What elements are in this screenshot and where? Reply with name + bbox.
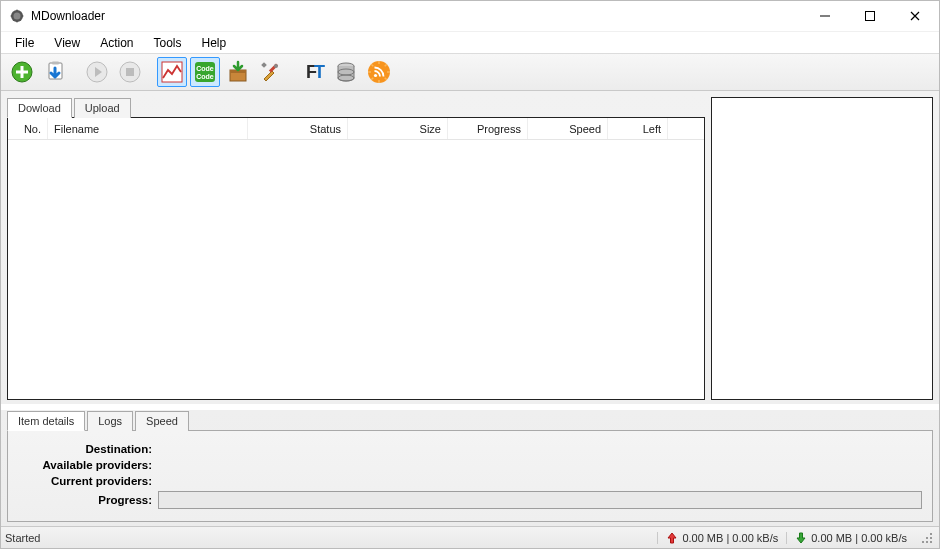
svg-rect-11 xyxy=(126,68,134,76)
svg-point-19 xyxy=(274,64,278,68)
svg-rect-2 xyxy=(820,16,830,17)
col-progress[interactable]: Progress xyxy=(448,118,528,139)
menubar: File View Action Tools Help xyxy=(1,31,939,53)
side-panel xyxy=(711,97,933,400)
col-status[interactable]: Status xyxy=(248,118,348,139)
column-headers[interactable]: No. Filename Status Size Progress Speed … xyxy=(8,118,704,140)
titlebar: MDownloader xyxy=(1,1,939,31)
rss-icon xyxy=(367,60,391,84)
tab-download[interactable]: Dowload xyxy=(7,98,72,118)
list-body xyxy=(8,140,704,399)
svg-point-27 xyxy=(374,74,377,77)
svg-point-1 xyxy=(14,13,21,20)
ft-icon: FT xyxy=(300,60,326,84)
tab-logs[interactable]: Logs xyxy=(87,411,133,431)
label-progress: Progress: xyxy=(18,494,158,506)
extract-button[interactable] xyxy=(223,57,253,87)
stop-icon xyxy=(118,60,142,84)
svg-text:T: T xyxy=(314,62,325,82)
play-button[interactable] xyxy=(82,57,112,87)
svg-text:Code: Code xyxy=(196,73,214,80)
menu-view[interactable]: View xyxy=(44,34,90,52)
col-speed[interactable]: Speed xyxy=(528,118,608,139)
close-button[interactable] xyxy=(892,2,937,30)
activity-button[interactable] xyxy=(157,57,187,87)
label-available-providers: Available providers: xyxy=(18,459,158,471)
upload-stats: 0.00 MB | 0.00 kB/s xyxy=(682,532,778,544)
settings-button[interactable] xyxy=(256,57,286,87)
menu-file[interactable]: File xyxy=(5,34,44,52)
maximize-button[interactable] xyxy=(847,2,892,30)
col-filename[interactable]: Filename xyxy=(48,118,248,139)
svg-rect-8 xyxy=(52,62,59,65)
rss-button[interactable] xyxy=(364,57,394,87)
paste-download-button[interactable] xyxy=(40,57,70,87)
toolbar: CodeCode FT xyxy=(1,53,939,91)
package-icon xyxy=(226,60,250,84)
svg-rect-3 xyxy=(865,12,874,21)
svg-rect-12 xyxy=(162,62,182,82)
tools-icon xyxy=(259,60,283,84)
download-stats: 0.00 MB | 0.00 kB/s xyxy=(811,532,907,544)
menu-action[interactable]: Action xyxy=(90,34,143,52)
add-button[interactable] xyxy=(7,57,37,87)
tab-item-details[interactable]: Item details xyxy=(7,411,85,431)
col-size[interactable]: Size xyxy=(348,118,448,139)
app-title: MDownloader xyxy=(31,9,105,23)
label-destination: Destination: xyxy=(18,443,158,455)
statusbar: Started 0.00 MB | 0.00 kB/s 0.00 MB | 0.… xyxy=(1,526,939,548)
svg-rect-6 xyxy=(16,71,28,74)
detail-body: Destination: Available providers: Curren… xyxy=(7,430,933,522)
tab-speed[interactable]: Speed xyxy=(135,411,189,431)
chart-icon xyxy=(160,60,184,84)
status-text: Started xyxy=(5,532,40,544)
menu-help[interactable]: Help xyxy=(192,34,237,52)
download-arrow-icon xyxy=(795,532,807,544)
download-list[interactable]: No. Filename Status Size Progress Speed … xyxy=(7,117,705,400)
app-icon xyxy=(9,8,25,24)
database-button[interactable] xyxy=(331,57,361,87)
col-no[interactable]: No. xyxy=(8,118,48,139)
add-icon xyxy=(10,60,34,84)
minimize-button[interactable] xyxy=(802,2,847,30)
stop-button[interactable] xyxy=(115,57,145,87)
clipboard-download-icon xyxy=(43,60,67,84)
upload-arrow-icon xyxy=(666,532,678,544)
label-current-providers: Current providers: xyxy=(18,475,158,487)
code-button[interactable]: CodeCode xyxy=(190,57,220,87)
svg-rect-20 xyxy=(261,62,267,68)
code-icon: CodeCode xyxy=(193,60,217,84)
progress-bar xyxy=(158,491,922,509)
filetype-button[interactable]: FT xyxy=(298,57,328,87)
svg-text:Code: Code xyxy=(196,65,214,72)
col-left[interactable]: Left xyxy=(608,118,668,139)
database-icon xyxy=(334,60,358,84)
resize-grip[interactable] xyxy=(919,530,935,546)
menu-tools[interactable]: Tools xyxy=(144,34,192,52)
tab-upload[interactable]: Upload xyxy=(74,98,131,118)
play-icon xyxy=(85,60,109,84)
